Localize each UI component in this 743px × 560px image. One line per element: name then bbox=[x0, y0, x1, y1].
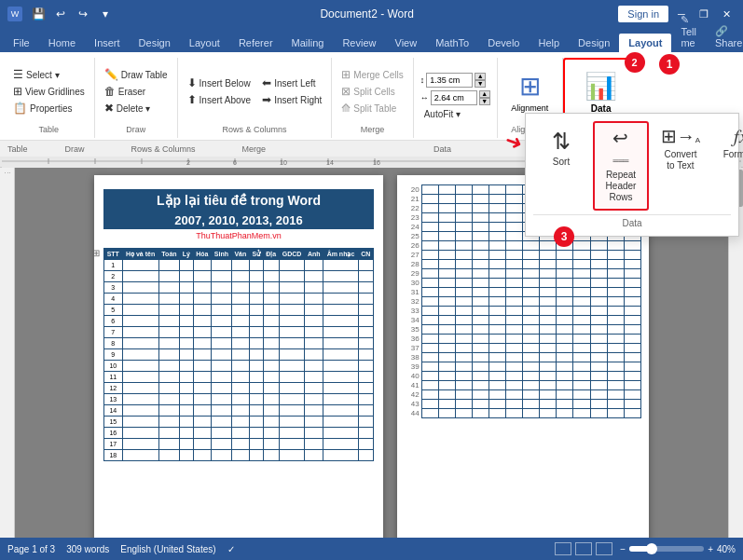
table-cell bbox=[488, 232, 505, 241]
undo-button[interactable]: ↩ bbox=[50, 4, 71, 24]
tab-mailing[interactable]: Mailing bbox=[282, 34, 334, 52]
repeat-header-rows-button[interactable]: ↩═══ RepeatHeader Rows bbox=[593, 121, 649, 211]
proofing-icon: ✓ bbox=[227, 544, 235, 554]
split-table-button[interactable]: ⟰ Split Table bbox=[337, 101, 406, 116]
table-cell bbox=[624, 241, 640, 251]
tab-design2[interactable]: Design bbox=[569, 34, 619, 52]
row-number: 43 bbox=[405, 400, 421, 409]
row-number: 35 bbox=[405, 325, 421, 335]
insert-below-button[interactable]: ⬇ Insert Below bbox=[184, 75, 255, 90]
tab-tellme[interactable]: ✎ Tell me bbox=[671, 10, 706, 52]
tab-layout[interactable]: Layout bbox=[180, 34, 229, 52]
table-move-handle[interactable]: ⊞ bbox=[92, 248, 100, 258]
table-cell bbox=[438, 372, 455, 381]
zoom-slider[interactable] bbox=[629, 546, 704, 552]
table-cell bbox=[590, 409, 607, 418]
table-cell bbox=[488, 335, 505, 344]
ribbon: ☰ Select ▾ ⊞ View Gridlines 📋 Properties… bbox=[0, 52, 743, 155]
close-button[interactable]: ✕ bbox=[717, 5, 736, 23]
th-su: Sử bbox=[249, 249, 263, 260]
table-cell bbox=[421, 335, 438, 344]
redo-button[interactable]: ↪ bbox=[73, 4, 93, 24]
table-cell bbox=[607, 307, 624, 316]
table-cell bbox=[590, 372, 607, 381]
sort-button[interactable]: ⇅ Sort bbox=[533, 125, 589, 173]
table-cell bbox=[455, 288, 472, 297]
table-cell bbox=[607, 390, 624, 400]
tab-mathto[interactable]: MathTo bbox=[426, 34, 478, 52]
title-site: ThuThuatPhanMem.vn bbox=[103, 231, 374, 240]
height-spin-up[interactable]: ▲ bbox=[475, 73, 486, 80]
table-row: 6 bbox=[104, 316, 374, 327]
table-cell bbox=[506, 269, 523, 279]
web-layout-btn[interactable] bbox=[596, 542, 612, 555]
draw-table-button[interactable]: ✏️ Draw Table bbox=[101, 67, 172, 82]
table-cell bbox=[472, 223, 488, 232]
row-number: 22 bbox=[405, 204, 421, 213]
tab-help[interactable]: Help bbox=[529, 34, 569, 52]
insert-left-button[interactable]: ⬅ Insert Left bbox=[258, 75, 325, 90]
table-cell bbox=[455, 316, 472, 325]
convert-to-text-button[interactable]: ⊞→A Convertto Text bbox=[653, 121, 709, 211]
tab-design[interactable]: Design bbox=[130, 34, 180, 52]
th-name: Họ và tên bbox=[122, 249, 158, 260]
table-cell bbox=[455, 400, 472, 409]
eraser-button[interactable]: 🗑 Eraser bbox=[101, 84, 172, 99]
insert-right-button[interactable]: ➡ Insert Right bbox=[258, 92, 325, 107]
customize-button[interactable]: ▾ bbox=[95, 4, 116, 24]
table-cell bbox=[540, 353, 557, 362]
table-cell bbox=[590, 344, 607, 353]
formula-button[interactable]: 𝑓𝑥 Formula bbox=[712, 121, 743, 211]
view-gridlines-button[interactable]: ⊞ View Gridlines bbox=[9, 84, 89, 99]
autofit-button[interactable]: AutoFit ▾ bbox=[420, 108, 490, 120]
table-cell bbox=[421, 185, 438, 195]
properties-button[interactable]: 📋 Properties bbox=[9, 101, 89, 116]
table-group-label: Table bbox=[39, 125, 60, 134]
tab-view[interactable]: View bbox=[386, 34, 427, 52]
table-cell bbox=[624, 390, 640, 400]
table-container: ⊞ STT Họ và tên Toán Lý Hóa Sinh Văn Sử … bbox=[103, 248, 374, 461]
width-spin-up[interactable]: ▲ bbox=[479, 90, 490, 98]
table-cell bbox=[455, 372, 472, 381]
table-cell bbox=[488, 325, 505, 335]
properties-icon: 📋 bbox=[13, 102, 27, 115]
tab-layout2[interactable]: Layout bbox=[619, 34, 671, 52]
table-cell bbox=[540, 381, 557, 390]
sort-label: Sort bbox=[553, 157, 570, 168]
print-layout-btn[interactable] bbox=[555, 542, 571, 555]
height-input[interactable] bbox=[426, 73, 473, 88]
th-stt: STT bbox=[104, 249, 123, 260]
table-cell bbox=[438, 344, 455, 353]
tab-home[interactable]: Home bbox=[39, 34, 85, 52]
zoom-in-button[interactable]: + bbox=[708, 544, 713, 554]
row-number: 42 bbox=[405, 390, 421, 400]
delete-button[interactable]: ✖ Delete ▾ bbox=[101, 101, 172, 116]
table-cell bbox=[607, 269, 624, 279]
table-cell bbox=[488, 241, 505, 251]
select-button[interactable]: ☰ Select ▾ bbox=[9, 67, 89, 82]
tab-referer[interactable]: Referer bbox=[229, 34, 282, 52]
data-icon[interactable]: 📊 bbox=[585, 71, 617, 102]
width-input[interactable] bbox=[431, 90, 477, 105]
zoom-thumb[interactable] bbox=[646, 543, 657, 554]
tab-review[interactable]: Review bbox=[333, 34, 385, 52]
height-spin-down[interactable]: ▼ bbox=[475, 80, 486, 88]
table-cell bbox=[523, 297, 540, 307]
width-spin-down[interactable]: ▼ bbox=[479, 98, 490, 105]
table-cell bbox=[590, 241, 607, 251]
zoom-out-button[interactable]: − bbox=[620, 544, 626, 554]
table-cell bbox=[573, 241, 590, 251]
tab-develo[interactable]: Develo bbox=[478, 34, 529, 52]
tab-share[interactable]: 🔗 Share bbox=[706, 21, 743, 52]
signin-button[interactable]: Sign in bbox=[618, 6, 668, 22]
insert-above-button[interactable]: ⬆ Insert Above bbox=[184, 92, 255, 107]
tab-file[interactable]: File bbox=[4, 34, 39, 52]
tab-insert[interactable]: Insert bbox=[85, 34, 130, 52]
read-mode-btn[interactable] bbox=[575, 542, 592, 555]
save-button[interactable]: 💾 bbox=[28, 4, 48, 24]
row-number: 21 bbox=[405, 195, 421, 204]
merge-cells-button[interactable]: ⊞ Merge Cells bbox=[337, 67, 406, 82]
table-cell bbox=[557, 316, 573, 325]
table-cell bbox=[455, 213, 472, 223]
split-cells-button[interactable]: ⊠ Split Cells bbox=[337, 84, 406, 99]
